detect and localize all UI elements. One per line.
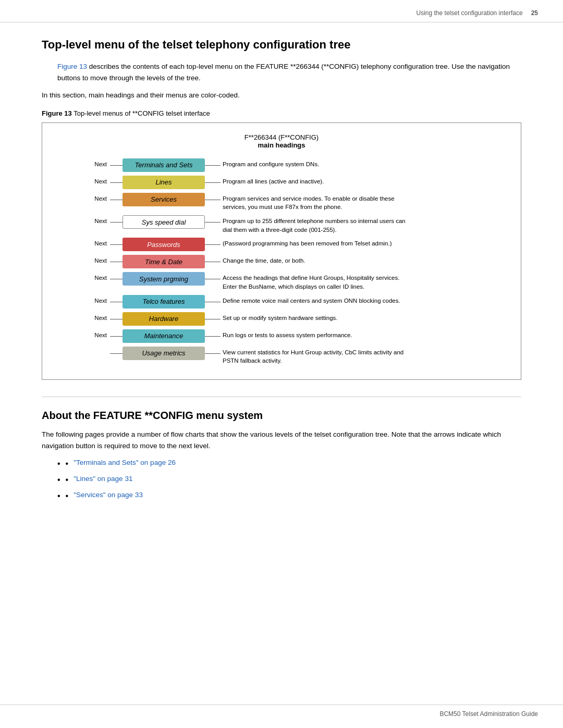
menu-desc: Program all lines (active and inactive). bbox=[221, 176, 324, 186]
menu-row: NextTerminals and SetsProgram and config… bbox=[86, 158, 508, 172]
connector-line bbox=[110, 182, 123, 183]
header-nav-text: Using the telset configuration interface bbox=[417, 9, 523, 17]
menu-row: NextPasswords(Password programming has b… bbox=[86, 238, 508, 251]
menu-row: NextSys speed dialProgram up to 255 diff… bbox=[86, 215, 508, 234]
menu-row: NextServicesProgram services and service… bbox=[86, 193, 508, 212]
arrow-line bbox=[205, 244, 221, 245]
menu-desc: Program and configure system DNs. bbox=[221, 158, 319, 169]
next-label: Next bbox=[86, 312, 110, 321]
bullet-item: •"Lines" on page 31 bbox=[57, 475, 521, 486]
section1-intro: Figure 13 describes the contents of each… bbox=[57, 61, 521, 83]
figure-num: Figure 13 bbox=[42, 109, 72, 117]
menu-button: Time & Date bbox=[123, 255, 205, 268]
menu-desc: Define remote voice mail centers and sys… bbox=[221, 295, 400, 305]
footer-text: BCM50 Telset Administration Guide bbox=[439, 710, 538, 718]
next-label: Next bbox=[86, 176, 110, 184]
connector-line bbox=[110, 262, 123, 262]
arrow-line bbox=[205, 222, 221, 223]
fig-title: F**266344 (F**CONFIG) bbox=[55, 133, 508, 141]
connector-line bbox=[110, 353, 123, 354]
connector-line bbox=[110, 244, 123, 245]
menu-row: NextHardwareSet up or modify system hard… bbox=[86, 312, 508, 326]
bullet-dot: • bbox=[66, 475, 69, 486]
next-label: Next bbox=[86, 295, 110, 304]
connector-line bbox=[110, 200, 123, 200]
menu-rows: NextTerminals and SetsProgram and config… bbox=[86, 158, 508, 369]
menu-desc: Access the headings that define Hunt Gro… bbox=[221, 272, 408, 291]
arrow-line bbox=[205, 353, 221, 354]
menu-row: NextMaintenanceRun logs or tests to asse… bbox=[86, 329, 508, 343]
menu-row: NextLinesProgram all lines (active and i… bbox=[86, 176, 508, 189]
page-header: Using the telset configuration interface… bbox=[0, 0, 563, 22]
figure-caption: Figure 13 Top-level menus of **CONFIG te… bbox=[42, 109, 521, 117]
next-label: Next bbox=[86, 158, 110, 167]
menu-button: Hardware bbox=[123, 312, 205, 326]
color-coded-note: In this section, main headings and their… bbox=[42, 90, 521, 101]
next-label: Next bbox=[86, 272, 110, 281]
connector-line bbox=[110, 319, 123, 319]
arrow-line bbox=[205, 182, 221, 183]
menu-desc: Program services and service modes. To e… bbox=[221, 193, 408, 212]
menu-button: Terminals and Sets bbox=[123, 158, 205, 172]
figure-box: F**266344 (F**CONFIG) main headings Next… bbox=[42, 122, 521, 380]
connector-line bbox=[110, 302, 123, 302]
arrow-line bbox=[205, 336, 221, 337]
menu-row: NextSystem prgmingAccess the headings th… bbox=[86, 272, 508, 291]
intro-rest: describes the contents of each top-level… bbox=[57, 63, 510, 82]
figure13-link[interactable]: Figure 13 bbox=[57, 63, 87, 70]
page-footer: BCM50 Telset Administration Guide bbox=[0, 705, 563, 718]
arrow-line bbox=[205, 302, 221, 302]
arrow-line bbox=[205, 165, 221, 166]
bullet-dot: • bbox=[66, 459, 69, 470]
menu-desc: (Password programming has been removed f… bbox=[221, 238, 391, 248]
arrow-line bbox=[205, 279, 221, 279]
figure-header: F**266344 (F**CONFIG) main headings bbox=[55, 133, 508, 149]
menu-desc: View current statistics for Hunt Group a… bbox=[221, 347, 408, 365]
menu-button: Services bbox=[123, 193, 205, 206]
arrow-line bbox=[205, 262, 221, 262]
bullet-item: •"Services" on page 33 bbox=[57, 491, 521, 502]
menu-desc: Run logs or tests to assess system perfo… bbox=[221, 329, 352, 340]
page-number: 25 bbox=[531, 9, 538, 17]
menu-button: Usage metrics bbox=[123, 347, 205, 360]
section1-title: Top-level menu of the telset telephony c… bbox=[42, 38, 521, 52]
bullet-link-1[interactable]: "Lines" on page 31 bbox=[74, 475, 132, 483]
section2-title: About the FEATURE **CONFIG menu system bbox=[42, 410, 521, 422]
connector-line bbox=[110, 336, 123, 337]
next-label: Next bbox=[86, 193, 110, 202]
next-label: Next bbox=[86, 255, 110, 264]
menu-button: Telco features bbox=[123, 295, 205, 309]
connector-line bbox=[110, 222, 123, 223]
bullet-link-2[interactable]: "Services" on page 33 bbox=[74, 491, 143, 499]
bullet-dot: • bbox=[66, 491, 69, 502]
connector-line bbox=[110, 279, 123, 279]
fig-subtitle: main headings bbox=[55, 141, 508, 149]
next-label: Next bbox=[86, 329, 110, 338]
menu-desc: Change the time, date, or both. bbox=[221, 255, 305, 265]
bullet-link-0[interactable]: "Terminals and Sets" on page 26 bbox=[74, 459, 176, 466]
menu-desc: Program up to 255 different telephone nu… bbox=[221, 215, 408, 234]
menu-button: Passwords bbox=[123, 238, 205, 251]
next-label: Next bbox=[86, 238, 110, 246]
menu-row: NextTime & DateChange the time, date, or… bbox=[86, 255, 508, 268]
menu-button: Sys speed dial bbox=[123, 215, 205, 229]
connector-line bbox=[110, 165, 123, 166]
menu-button: Maintenance bbox=[123, 329, 205, 343]
menu-button: System prgming bbox=[123, 272, 205, 286]
menu-row: Usage metricsView current statistics for… bbox=[86, 347, 508, 365]
menu-button: Lines bbox=[123, 176, 205, 189]
figure-caption-text: Top-level menus of **CONFIG telset inter… bbox=[74, 109, 210, 117]
next-label: Next bbox=[86, 215, 110, 224]
arrow-line bbox=[205, 200, 221, 200]
section-divider bbox=[42, 397, 521, 397]
arrow-line bbox=[205, 319, 221, 319]
menu-desc: Set up or modify system hardware setting… bbox=[221, 312, 338, 323]
bullet-item: •"Terminals and Sets" on page 26 bbox=[57, 459, 521, 470]
section2: About the FEATURE **CONFIG menu system T… bbox=[42, 410, 521, 502]
menu-row: NextTelco featuresDefine remote voice ma… bbox=[86, 295, 508, 309]
section2-body: The following pages provide a number of … bbox=[42, 429, 521, 451]
main-content: Top-level menu of the telset telephony c… bbox=[0, 22, 563, 528]
bullet-list: •"Terminals and Sets" on page 26•"Lines"… bbox=[57, 459, 521, 501]
